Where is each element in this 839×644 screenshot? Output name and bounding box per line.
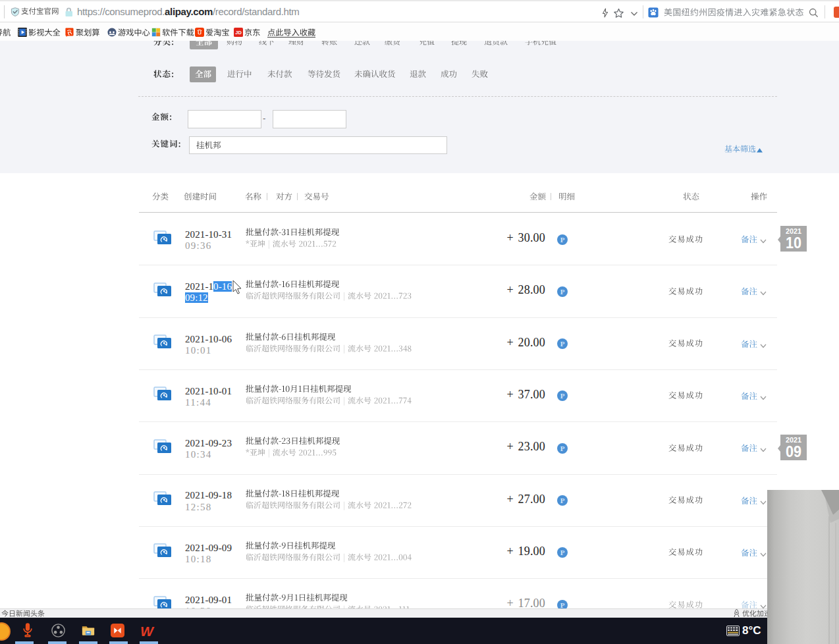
svg-text:10: 10 xyxy=(786,234,801,252)
svg-text:P: P xyxy=(560,236,565,244)
svg-text:P: P xyxy=(560,340,565,348)
svg-text:09: 09 xyxy=(786,443,801,460)
svg-text:JD: JD xyxy=(235,30,242,36)
svg-text:P: P xyxy=(560,496,565,504)
svg-text:P: P xyxy=(560,288,565,296)
svg-text:P: P xyxy=(560,549,565,556)
svg-text:P: P xyxy=(560,392,565,400)
svg-text:P: P xyxy=(560,444,565,452)
